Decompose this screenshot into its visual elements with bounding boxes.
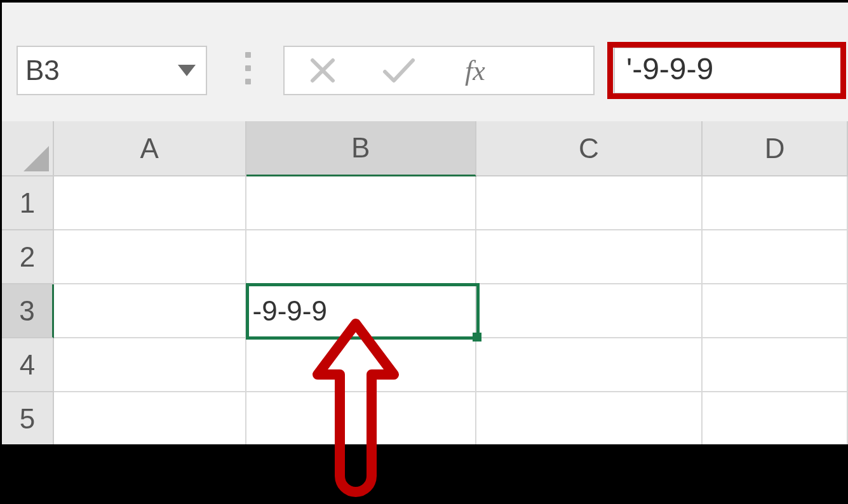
column-header-B[interactable]: B [246,121,476,176]
dropdown-arrow-icon[interactable] [178,65,196,76]
grid-row [54,176,848,230]
grid-row: -9-9-9 [54,284,848,338]
formula-controls: fx [283,46,595,95]
grid-row [54,338,848,392]
cell-D2[interactable] [703,230,848,284]
bottom-black-band [2,444,848,504]
row-header-1[interactable]: 1 [2,176,54,230]
row-header-2[interactable]: 2 [2,230,54,284]
splitter-handle-icon[interactable] [245,52,251,84]
confirm-check-icon[interactable] [361,47,437,94]
select-all-corner[interactable] [2,121,54,176]
formula-bar-value: '-9-9-9 [626,51,713,86]
grid-row [54,392,848,446]
column-header-D[interactable]: D [703,121,848,175]
cell-A4[interactable] [54,338,246,392]
cancel-x-icon[interactable] [285,47,361,94]
cells-area: -9-9-9 [54,176,848,446]
spreadsheet-grid: A B C D 1 2 3 4 5 -9-9-9 [2,121,848,445]
cell-B3[interactable]: -9-9-9 [246,284,476,338]
cell-D3[interactable] [703,284,848,338]
cell-C4[interactable] [476,338,703,392]
formula-bar-area: B3 fx '-9-9-9 [2,3,848,121]
cell-C3[interactable] [476,284,703,338]
insert-function-button[interactable]: fx [437,47,513,94]
cell-D1[interactable] [703,176,848,230]
cell-A3[interactable] [54,284,246,338]
row-header-4[interactable]: 4 [2,338,54,392]
grid-row [54,230,848,284]
cell-C1[interactable] [476,176,703,230]
row-header-3[interactable]: 3 [2,284,54,338]
cell-B5[interactable] [246,392,476,446]
formula-bar[interactable]: '-9-9-9 [607,42,846,99]
cell-B2[interactable] [246,230,476,284]
cell-B4[interactable] [246,338,476,392]
cell-B1[interactable] [246,176,476,230]
fx-icon: fx [465,55,485,87]
column-header-C[interactable]: C [476,121,703,175]
row-header-5[interactable]: 5 [2,392,54,446]
column-headers: A B C D [54,121,848,176]
cell-A1[interactable] [54,176,246,230]
cell-C2[interactable] [476,230,703,284]
row-headers: 1 2 3 4 5 [2,176,54,446]
cell-D5[interactable] [703,392,848,446]
cell-A2[interactable] [54,230,246,284]
name-box[interactable]: B3 [17,46,207,95]
cell-A5[interactable] [54,392,246,446]
column-header-A[interactable]: A [54,121,246,175]
cell-C5[interactable] [476,392,703,446]
cell-D4[interactable] [703,338,848,392]
name-box-value: B3 [25,55,178,86]
